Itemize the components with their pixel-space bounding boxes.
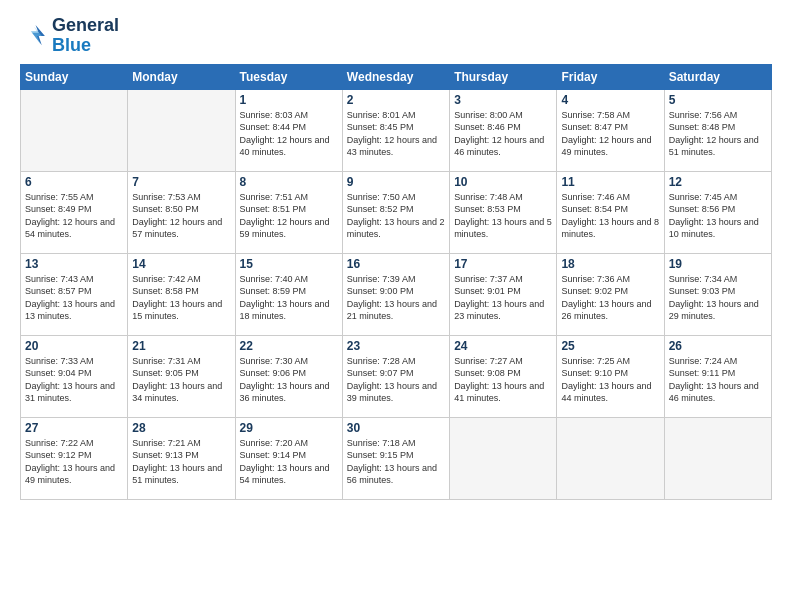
day-info: Sunrise: 7:34 AMSunset: 9:03 PMDaylight:… [669, 273, 767, 323]
day-info: Sunrise: 7:21 AMSunset: 9:13 PMDaylight:… [132, 437, 230, 487]
day-cell: 6Sunrise: 7:55 AMSunset: 8:49 PMDaylight… [21, 171, 128, 253]
day-info: Sunrise: 7:58 AMSunset: 8:47 PMDaylight:… [561, 109, 659, 159]
calendar: SundayMondayTuesdayWednesdayThursdayFrid… [20, 64, 772, 500]
day-number: 24 [454, 339, 552, 353]
week-row-4: 27Sunrise: 7:22 AMSunset: 9:12 PMDayligh… [21, 417, 772, 499]
day-number: 7 [132, 175, 230, 189]
col-header-friday: Friday [557, 64, 664, 89]
day-info: Sunrise: 7:18 AMSunset: 9:15 PMDaylight:… [347, 437, 445, 487]
day-cell: 18Sunrise: 7:36 AMSunset: 9:02 PMDayligh… [557, 253, 664, 335]
day-number: 10 [454, 175, 552, 189]
day-cell: 24Sunrise: 7:27 AMSunset: 9:08 PMDayligh… [450, 335, 557, 417]
day-cell [21, 89, 128, 171]
day-cell: 22Sunrise: 7:30 AMSunset: 9:06 PMDayligh… [235, 335, 342, 417]
day-info: Sunrise: 7:27 AMSunset: 9:08 PMDaylight:… [454, 355, 552, 405]
day-cell: 27Sunrise: 7:22 AMSunset: 9:12 PMDayligh… [21, 417, 128, 499]
day-number: 13 [25, 257, 123, 271]
day-cell: 29Sunrise: 7:20 AMSunset: 9:14 PMDayligh… [235, 417, 342, 499]
day-number: 18 [561, 257, 659, 271]
day-info: Sunrise: 7:42 AMSunset: 8:58 PMDaylight:… [132, 273, 230, 323]
day-cell: 11Sunrise: 7:46 AMSunset: 8:54 PMDayligh… [557, 171, 664, 253]
day-cell: 16Sunrise: 7:39 AMSunset: 9:00 PMDayligh… [342, 253, 449, 335]
day-number: 22 [240, 339, 338, 353]
day-number: 29 [240, 421, 338, 435]
day-cell: 26Sunrise: 7:24 AMSunset: 9:11 PMDayligh… [664, 335, 771, 417]
day-cell [557, 417, 664, 499]
day-info: Sunrise: 7:22 AMSunset: 9:12 PMDaylight:… [25, 437, 123, 487]
day-number: 3 [454, 93, 552, 107]
day-cell: 30Sunrise: 7:18 AMSunset: 9:15 PMDayligh… [342, 417, 449, 499]
day-number: 9 [347, 175, 445, 189]
day-number: 6 [25, 175, 123, 189]
day-number: 27 [25, 421, 123, 435]
day-cell: 2Sunrise: 8:01 AMSunset: 8:45 PMDaylight… [342, 89, 449, 171]
day-info: Sunrise: 7:25 AMSunset: 9:10 PMDaylight:… [561, 355, 659, 405]
day-info: Sunrise: 7:33 AMSunset: 9:04 PMDaylight:… [25, 355, 123, 405]
day-number: 8 [240, 175, 338, 189]
day-info: Sunrise: 7:50 AMSunset: 8:52 PMDaylight:… [347, 191, 445, 241]
col-header-tuesday: Tuesday [235, 64, 342, 89]
day-cell: 10Sunrise: 7:48 AMSunset: 8:53 PMDayligh… [450, 171, 557, 253]
day-cell: 3Sunrise: 8:00 AMSunset: 8:46 PMDaylight… [450, 89, 557, 171]
day-info: Sunrise: 7:39 AMSunset: 9:00 PMDaylight:… [347, 273, 445, 323]
day-cell: 17Sunrise: 7:37 AMSunset: 9:01 PMDayligh… [450, 253, 557, 335]
day-info: Sunrise: 7:51 AMSunset: 8:51 PMDaylight:… [240, 191, 338, 241]
day-cell: 19Sunrise: 7:34 AMSunset: 9:03 PMDayligh… [664, 253, 771, 335]
day-number: 23 [347, 339, 445, 353]
day-cell: 28Sunrise: 7:21 AMSunset: 9:13 PMDayligh… [128, 417, 235, 499]
day-info: Sunrise: 7:48 AMSunset: 8:53 PMDaylight:… [454, 191, 552, 241]
day-number: 30 [347, 421, 445, 435]
day-info: Sunrise: 7:20 AMSunset: 9:14 PMDaylight:… [240, 437, 338, 487]
day-number: 14 [132, 257, 230, 271]
day-number: 11 [561, 175, 659, 189]
day-info: Sunrise: 8:01 AMSunset: 8:45 PMDaylight:… [347, 109, 445, 159]
day-info: Sunrise: 7:43 AMSunset: 8:57 PMDaylight:… [25, 273, 123, 323]
col-header-wednesday: Wednesday [342, 64, 449, 89]
day-number: 28 [132, 421, 230, 435]
day-number: 20 [25, 339, 123, 353]
day-info: Sunrise: 8:03 AMSunset: 8:44 PMDaylight:… [240, 109, 338, 159]
day-cell [128, 89, 235, 171]
day-info: Sunrise: 7:30 AMSunset: 9:06 PMDaylight:… [240, 355, 338, 405]
col-header-sunday: Sunday [21, 64, 128, 89]
day-number: 19 [669, 257, 767, 271]
day-cell: 8Sunrise: 7:51 AMSunset: 8:51 PMDaylight… [235, 171, 342, 253]
day-info: Sunrise: 7:24 AMSunset: 9:11 PMDaylight:… [669, 355, 767, 405]
logo-icon [20, 22, 48, 50]
day-number: 16 [347, 257, 445, 271]
day-info: Sunrise: 7:40 AMSunset: 8:59 PMDaylight:… [240, 273, 338, 323]
day-info: Sunrise: 7:46 AMSunset: 8:54 PMDaylight:… [561, 191, 659, 241]
day-number: 5 [669, 93, 767, 107]
day-cell: 1Sunrise: 8:03 AMSunset: 8:44 PMDaylight… [235, 89, 342, 171]
day-info: Sunrise: 7:55 AMSunset: 8:49 PMDaylight:… [25, 191, 123, 241]
day-info: Sunrise: 7:28 AMSunset: 9:07 PMDaylight:… [347, 355, 445, 405]
day-number: 26 [669, 339, 767, 353]
day-info: Sunrise: 8:00 AMSunset: 8:46 PMDaylight:… [454, 109, 552, 159]
col-header-thursday: Thursday [450, 64, 557, 89]
day-info: Sunrise: 7:45 AMSunset: 8:56 PMDaylight:… [669, 191, 767, 241]
day-cell: 20Sunrise: 7:33 AMSunset: 9:04 PMDayligh… [21, 335, 128, 417]
day-cell: 5Sunrise: 7:56 AMSunset: 8:48 PMDaylight… [664, 89, 771, 171]
day-cell: 13Sunrise: 7:43 AMSunset: 8:57 PMDayligh… [21, 253, 128, 335]
day-cell: 25Sunrise: 7:25 AMSunset: 9:10 PMDayligh… [557, 335, 664, 417]
day-info: Sunrise: 7:56 AMSunset: 8:48 PMDaylight:… [669, 109, 767, 159]
page: General Blue SundayMondayTuesdayWednesda… [0, 0, 792, 612]
day-cell [450, 417, 557, 499]
day-cell: 9Sunrise: 7:50 AMSunset: 8:52 PMDaylight… [342, 171, 449, 253]
day-cell: 7Sunrise: 7:53 AMSunset: 8:50 PMDaylight… [128, 171, 235, 253]
day-info: Sunrise: 7:53 AMSunset: 8:50 PMDaylight:… [132, 191, 230, 241]
day-number: 25 [561, 339, 659, 353]
day-info: Sunrise: 7:37 AMSunset: 9:01 PMDaylight:… [454, 273, 552, 323]
week-row-1: 6Sunrise: 7:55 AMSunset: 8:49 PMDaylight… [21, 171, 772, 253]
calendar-header-row: SundayMondayTuesdayWednesdayThursdayFrid… [21, 64, 772, 89]
week-row-3: 20Sunrise: 7:33 AMSunset: 9:04 PMDayligh… [21, 335, 772, 417]
day-number: 21 [132, 339, 230, 353]
logo: General Blue [20, 16, 119, 56]
col-header-monday: Monday [128, 64, 235, 89]
week-row-2: 13Sunrise: 7:43 AMSunset: 8:57 PMDayligh… [21, 253, 772, 335]
day-cell: 23Sunrise: 7:28 AMSunset: 9:07 PMDayligh… [342, 335, 449, 417]
day-number: 2 [347, 93, 445, 107]
header: General Blue [20, 16, 772, 56]
col-header-saturday: Saturday [664, 64, 771, 89]
logo-text: General Blue [52, 16, 119, 56]
